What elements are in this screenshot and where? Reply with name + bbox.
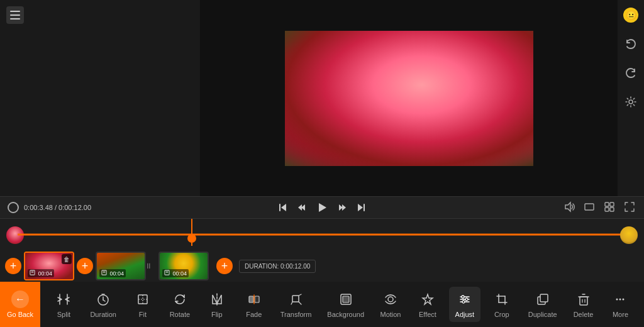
svg-rect-59	[540, 294, 548, 302]
go-back-arrow-icon: ←	[11, 291, 29, 308]
toolbar-item-duration[interactable]: Duration	[85, 287, 121, 322]
redo-button[interactable]	[621, 63, 641, 83]
clip-thumb-1: 🗑 00:04	[24, 252, 74, 280]
svg-marker-9	[358, 204, 363, 211]
svg-rect-15	[610, 208, 614, 211]
settings-icon	[625, 96, 637, 108]
clip-thumb-3: 00:04	[158, 252, 209, 280]
svg-rect-14	[605, 208, 609, 211]
svg-marker-47	[423, 294, 433, 304]
clip-duration-1: 00:04	[28, 269, 54, 277]
skip-end-icon	[357, 203, 365, 212]
svg-line-41	[299, 294, 301, 296]
crop-icon	[493, 291, 511, 308]
adjust-icon	[456, 291, 474, 308]
play-icon	[316, 202, 328, 213]
clip-item-1[interactable]: 🗑 00:04	[24, 252, 74, 280]
toolbar-item-fade[interactable]: Fade	[238, 287, 270, 322]
add-clip-between-1-2-button[interactable]: +	[77, 258, 93, 274]
svg-marker-34	[213, 295, 217, 304]
step-forward-icon	[338, 203, 347, 212]
rotate-label: Rotate	[170, 311, 190, 318]
duration-badge: DURATION: 0:00:12.00	[239, 260, 316, 273]
toolbar-item-more[interactable]: More	[604, 287, 636, 322]
svg-marker-7	[342, 204, 346, 211]
flip-label: Flip	[211, 311, 223, 318]
playback-controls	[276, 199, 368, 216]
svg-rect-45	[343, 296, 349, 302]
toolbar-item-fit[interactable]: Fit	[127, 287, 158, 322]
fade-label: Fade	[246, 311, 262, 318]
settings-button[interactable]	[621, 92, 641, 112]
delete-icon	[575, 291, 592, 308]
clip-delete-button-1[interactable]: 🗑	[62, 254, 72, 264]
skip-to-start-button[interactable]	[276, 202, 290, 213]
add-clip-after-button[interactable]: +	[216, 258, 233, 274]
more-icon	[611, 291, 629, 308]
toolbar-item-rotate[interactable]: Rotate	[164, 287, 196, 322]
skip-start-icon	[279, 203, 287, 212]
duplicate-label: Duplicate	[528, 311, 557, 318]
clip-pause-icon: ⏸	[145, 262, 152, 270]
playhead-handle[interactable]	[187, 234, 196, 243]
svg-rect-12	[605, 202, 609, 206]
adjust-label: Adjust	[455, 311, 475, 318]
toolbar-item-duplicate[interactable]: Duplicate	[523, 287, 562, 322]
delete-label: Delete	[574, 311, 594, 318]
toolbar-item-crop[interactable]: Crop	[486, 287, 518, 322]
svg-marker-35	[217, 295, 221, 304]
svg-point-51	[462, 296, 464, 298]
emoji-button[interactable]: 😐	[621, 5, 641, 25]
hamburger-button[interactable]	[6, 6, 24, 24]
timeline-thumb-right	[620, 226, 638, 244]
svg-point-66	[619, 299, 621, 301]
svg-rect-31	[138, 295, 147, 304]
fullscreen-button[interactable]	[623, 200, 636, 216]
clip-item-2[interactable]: 00:04 ⏸	[96, 252, 146, 280]
step-forward-button[interactable]	[335, 202, 349, 213]
clip-thumb-2: 00:04	[96, 252, 146, 280]
svg-rect-40	[292, 296, 299, 302]
toolbar-item-transform[interactable]: Transform	[275, 287, 317, 322]
toolbar-item-motion[interactable]: Motion	[375, 287, 406, 322]
timeline-progress-line	[18, 234, 626, 236]
emoji-icon: 😐	[623, 8, 638, 23]
go-back-button[interactable]: ← Go Back	[0, 282, 40, 327]
go-back-label: Go Back	[7, 311, 33, 318]
toolbar-item-adjust[interactable]: Adjust	[449, 287, 480, 322]
svg-line-43	[291, 302, 292, 304]
clip-item-3[interactable]: 00:04	[158, 252, 209, 280]
right-playback-controls	[562, 200, 636, 216]
volume-button[interactable]	[562, 200, 576, 216]
redo-icon	[625, 67, 637, 79]
fullscreen-icon	[624, 201, 635, 213]
grid-button[interactable]	[602, 200, 616, 216]
svg-point-65	[616, 299, 618, 301]
skip-to-end-button[interactable]	[354, 202, 368, 213]
svg-rect-1	[279, 204, 280, 211]
svg-rect-37	[249, 296, 253, 302]
time-display: 0:00:3.48 / 0:00:12.00	[24, 204, 91, 211]
step-back-button[interactable]	[295, 202, 309, 213]
svg-point-53	[462, 301, 465, 303]
aspect-ratio-button[interactable]	[582, 200, 596, 216]
toolbar-item-delete[interactable]: Delete	[568, 287, 599, 322]
svg-rect-38	[255, 296, 259, 302]
svg-rect-13	[610, 202, 614, 206]
fade-icon	[245, 291, 263, 308]
svg-point-67	[623, 299, 625, 301]
timeline-track[interactable]	[0, 219, 644, 250]
toolbar-item-background[interactable]: Background	[322, 287, 369, 322]
volume-icon	[564, 201, 575, 213]
toolbar-item-effect[interactable]: Effect	[412, 287, 443, 322]
play-button[interactable]	[314, 199, 330, 216]
svg-rect-60	[580, 297, 587, 305]
add-clip-before-button[interactable]: +	[5, 258, 21, 274]
undo-button[interactable]	[621, 34, 641, 54]
grid-icon	[604, 201, 615, 213]
rotate-icon	[171, 291, 189, 308]
effect-label: Effect	[419, 311, 436, 318]
timeline-playhead[interactable]	[187, 230, 196, 239]
toolbar-item-split[interactable]: Split	[48, 287, 79, 322]
toolbar-item-flip[interactable]: Flip	[201, 287, 233, 322]
